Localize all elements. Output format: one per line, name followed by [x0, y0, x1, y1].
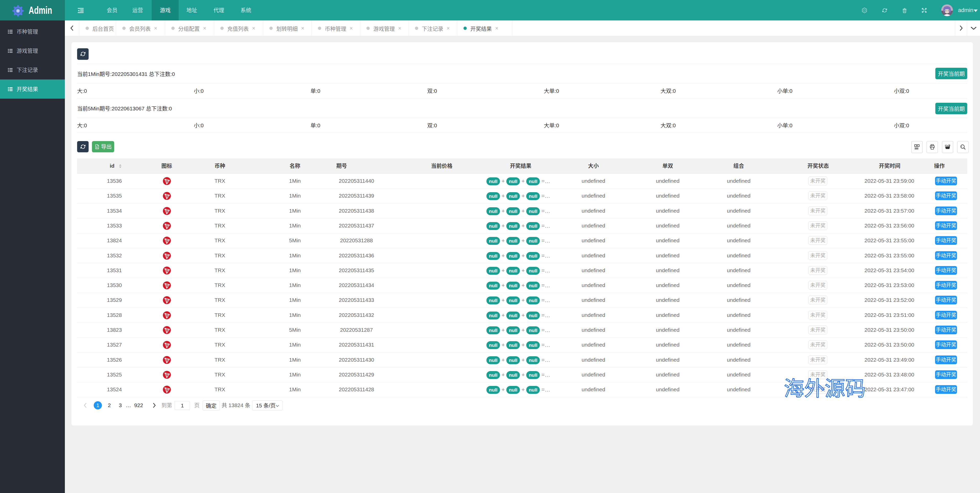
svg-text:X: X — [96, 146, 97, 148]
